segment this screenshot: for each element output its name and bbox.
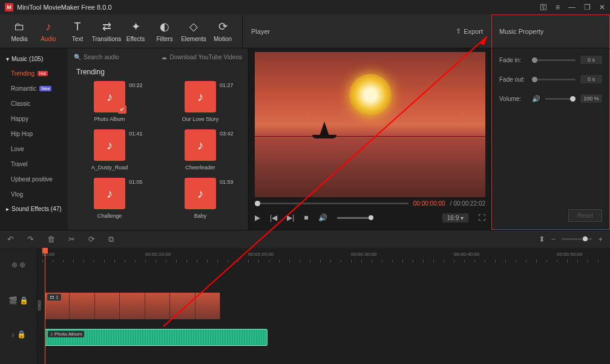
ruler-tick: 00:00:10:00	[145, 252, 171, 257]
timeline-ruler[interactable]: 00:0000:00:10:0000:00:20:0000:00:30:0000…	[38, 248, 610, 282]
timeline-align-icon[interactable]: ⬍	[539, 235, 545, 244]
category-trending[interactable]: TrendingHot	[0, 66, 68, 81]
elements-icon: ◇	[189, 20, 198, 33]
tab-audio[interactable]: ♪Audio	[34, 17, 63, 45]
key-icon[interactable]: ⚿	[540, 3, 547, 11]
cut-button[interactable]: ✂	[68, 235, 75, 244]
audio-duration: 01:41	[129, 131, 143, 137]
reset-button[interactable]: Reset	[568, 209, 602, 222]
fade-in-label: Fade in:	[499, 57, 527, 63]
category-music-header[interactable]: ▾ Music (105)	[0, 52, 68, 66]
crop-button[interactable]: ⧉	[108, 235, 114, 244]
check-icon: ✔	[118, 105, 126, 114]
category-classic[interactable]: Classic	[0, 96, 68, 111]
maximize-icon[interactable]: ❐	[584, 3, 591, 11]
property-header: Music Property	[491, 15, 610, 48]
fade-in-slider[interactable]	[532, 59, 576, 61]
zoom-in-button[interactable]: +	[598, 235, 603, 244]
audio-duration: 03:42	[220, 131, 234, 137]
audio-card[interactable]: ♪01:41A_Dusty_Road	[76, 129, 143, 171]
zoom-slider[interactable]	[562, 238, 592, 240]
prev-frame-button[interactable]: |◀	[270, 213, 277, 222]
main-toolbar: 🗀Media♪AudioTText⇄Transitions✦Effects◐Fi…	[0, 15, 610, 48]
video-clip[interactable]: 🗀 1	[45, 293, 220, 319]
cloud-icon: ☁	[161, 54, 167, 60]
category-vlog[interactable]: Vlog	[0, 187, 68, 202]
video-track-controls[interactable]: 🎬 🔒	[0, 282, 37, 319]
category-list: ▾ Music (105) TrendingHotRomanticNewClas…	[0, 48, 68, 230]
minimize-icon[interactable]: —	[568, 3, 576, 11]
panel-resize-nub[interactable]: ›	[38, 300, 41, 311]
library-panel: ▾ Music (105) TrendingHotRomanticNewClas…	[0, 48, 248, 230]
search-audio[interactable]: 🔍Search audio	[74, 54, 119, 60]
tab-filters[interactable]: ◐Filters	[150, 17, 179, 45]
playhead[interactable]	[45, 248, 45, 364]
category-hip-hop[interactable]: Hip Hop	[0, 126, 68, 141]
close-icon[interactable]: ✕	[599, 3, 605, 11]
zoom-out-button[interactable]: −	[551, 235, 556, 244]
menu-icon[interactable]: ≡	[556, 3, 560, 11]
badge-hot: Hot	[38, 71, 48, 76]
redo-button[interactable]: ↷	[27, 235, 34, 244]
music-icon: ♪	[94, 178, 125, 209]
fullscreen-button[interactable]: ⛶	[478, 213, 485, 222]
preview-canvas[interactable]	[255, 52, 485, 197]
play-button[interactable]: ▶	[255, 213, 260, 222]
audio-track-controls[interactable]: ♪ 🔒	[0, 319, 37, 349]
ruler-tick: 00:00:50:00	[557, 252, 582, 257]
download-youtube[interactable]: ☁Download YouTube Videos	[161, 54, 242, 60]
volume-prop-icon: 🔊	[532, 95, 540, 103]
music-icon: ♪	[185, 81, 216, 112]
audio-card[interactable]: ♪01:27Our Love Story	[167, 81, 234, 122]
video-clip-label: 🗀 1	[47, 294, 61, 301]
tab-text[interactable]: TText	[63, 17, 92, 45]
volume-icon[interactable]: 🔊	[318, 213, 327, 222]
media-icon: 🗀	[14, 21, 25, 33]
aspect-ratio-select[interactable]: 16:9 ▾	[442, 213, 468, 223]
app-title: MiniTool MovieMaker Free 8.0.0	[17, 4, 112, 11]
audio-name: Baby	[194, 213, 207, 219]
player-title: Player	[251, 28, 270, 35]
timeline-panel: ⊕ ⊕ 🎬 🔒 ♪ 🔒 00:0000:00:10:0000:00:20:000…	[0, 248, 610, 364]
audio-card[interactable]: ♪01:05Challenge	[76, 178, 143, 219]
category-upbeat-positive[interactable]: Upbeat positive	[0, 172, 68, 187]
music-icon: ♪	[185, 129, 216, 161]
timeline-toolbar: ↶ ↷ 🗑 ✂ ⟳ ⧉ ⬍ − +	[0, 230, 610, 248]
category-love[interactable]: Love	[0, 141, 68, 157]
category-happy[interactable]: Happy	[0, 111, 68, 126]
ruler-tick: 00:00:40:00	[454, 252, 479, 257]
audio-duration: 01:27	[220, 82, 234, 88]
next-frame-button[interactable]: ▶|	[287, 213, 294, 222]
fade-out-label: Fade out:	[499, 76, 527, 83]
tab-effects[interactable]: ✦Effects	[121, 17, 150, 45]
tab-media[interactable]: 🗀Media	[5, 17, 34, 45]
player-header: Player ⇪Export	[242, 15, 491, 48]
audio-card[interactable]: ♪03:42Cheerleader	[167, 129, 234, 171]
audio-clip[interactable]: ♪ Photo Album	[45, 329, 267, 346]
fade-out-slider[interactable]	[532, 79, 576, 80]
tab-motion[interactable]: ⟳Motion	[208, 17, 237, 45]
volume-slider[interactable]	[337, 217, 373, 219]
category-romantic[interactable]: RomanticNew	[0, 81, 68, 96]
audio-card[interactable]: ♪00:22✔Photo Album	[76, 81, 143, 122]
delete-button[interactable]: 🗑	[47, 235, 55, 244]
volume-value: 100 %	[580, 94, 602, 103]
track-add-buttons[interactable]: ⊕ ⊕	[0, 248, 37, 282]
audio-icon: ♪	[46, 21, 51, 33]
export-button[interactable]: ⇪Export	[456, 27, 483, 35]
undo-button[interactable]: ↶	[7, 235, 14, 244]
timeline-tracks[interactable]: 00:0000:00:10:0000:00:20:0000:00:30:0000…	[38, 248, 610, 364]
speed-button[interactable]: ⟳	[88, 235, 95, 244]
category-travel[interactable]: Travel	[0, 157, 68, 172]
filters-icon: ◐	[160, 20, 169, 33]
tab-transitions[interactable]: ⇄Transitions	[92, 17, 121, 45]
volume-prop-slider[interactable]	[545, 98, 576, 100]
tab-elements[interactable]: ◇Elements	[179, 17, 208, 45]
ruler-tick: 00:00:30:00	[351, 252, 376, 257]
seek-bar[interactable]	[255, 203, 408, 204]
audio-card[interactable]: ♪01:59Baby	[167, 178, 234, 219]
stop-button[interactable]: ■	[304, 213, 308, 222]
category-sfx-header[interactable]: ▸ Sound Effects (47)	[0, 202, 68, 216]
time-current: 00:00:00:00	[413, 200, 445, 207]
fade-in-value: 0 s	[580, 56, 602, 64]
